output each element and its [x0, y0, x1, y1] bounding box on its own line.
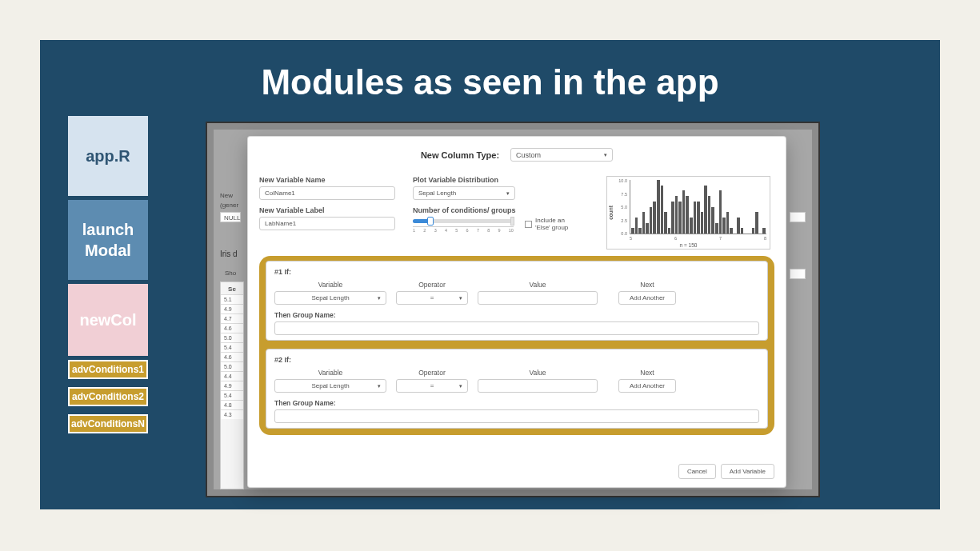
cond1-next-header: Next — [607, 281, 687, 289]
chart-bar — [635, 218, 638, 234]
cond1-group-name-label: Then Group Name: — [274, 311, 759, 319]
plot-variable-label: Plot Variable Distribution — [413, 176, 589, 184]
cond2-variable-value: Sepal Length — [311, 382, 349, 389]
bg-label-iris: Iris d — [220, 250, 238, 258]
chart-bar — [726, 212, 730, 234]
new-column-modal: New Column Type: Custom ▾ New Variable N… — [247, 136, 786, 488]
checkbox-box-icon[interactable] — [525, 221, 532, 228]
app-screenshot-backdrop: New (gener NULL Iris d Sho Se 5.14.94.74… — [214, 130, 812, 489]
modal-top-section: New Variable Name ColName1 New Variable … — [259, 171, 774, 253]
cond2-add-another-button[interactable]: Add Another — [618, 379, 676, 393]
bg-table-cell: 5.0 — [221, 361, 243, 371]
tile-advconditions1: advConditions1 — [68, 360, 148, 379]
cond2-value-header: Value — [478, 369, 598, 377]
cond1-operator-header: Operator — [396, 281, 468, 289]
chart-x-tick: 8 — [764, 236, 766, 241]
app-screenshot-frame: New (gener NULL Iris d Sho Se 5.14.94.74… — [206, 122, 820, 497]
chart-bar — [650, 207, 653, 234]
chart-bar — [697, 202, 700, 234]
distribution-chart: count 10.07.55.02.50.0 5678 n = 150 — [606, 176, 770, 250]
cond1-operator-value: = — [430, 294, 434, 301]
chart-bar — [657, 180, 660, 234]
new-variable-name-value: ColName1 — [265, 190, 295, 197]
new-variable-label-input[interactable]: LabName1 — [259, 217, 395, 230]
chart-y-tick: 2.5 — [621, 218, 627, 223]
slider-handle-icon[interactable] — [427, 217, 434, 226]
tile-advconditionsn: advConditionsN — [68, 414, 148, 433]
cond2-operator-select[interactable]: = ▾ — [396, 379, 468, 393]
cond2-next-header: Next — [607, 369, 687, 377]
chart-bar — [690, 218, 693, 234]
bg-table-cell: 4.6 — [221, 323, 243, 333]
slider-ticks: 12345678910 — [413, 226, 514, 233]
tile-app: app.R — [68, 116, 148, 196]
plot-variable-select[interactable]: Sepal Length ▾ — [413, 186, 515, 200]
add-variable-button[interactable]: Add Variable — [721, 464, 774, 479]
slider-tick: 5 — [455, 228, 458, 233]
cond2-value-input[interactable] — [478, 379, 598, 393]
slider-tick: 2 — [423, 228, 426, 233]
chart-bar — [675, 196, 678, 234]
chart-bar — [661, 186, 664, 234]
slider-tick: 8 — [487, 228, 490, 233]
bg-label-new: New — [220, 192, 233, 199]
bg-table-cell: 4.9 — [221, 304, 243, 313]
caret-down-icon: ▾ — [604, 152, 607, 158]
num-conditions-slider[interactable]: 12345678910 — [413, 217, 514, 233]
cond1-operator-select[interactable]: = ▾ — [396, 291, 468, 305]
chart-bar — [678, 202, 682, 234]
chart-bar — [711, 207, 714, 234]
caret-down-icon: ▾ — [378, 383, 381, 389]
slider-tick: 6 — [466, 228, 469, 233]
chart-bar — [668, 228, 671, 234]
chart-x-tick: 5 — [630, 236, 632, 241]
cond1-add-another-button[interactable]: Add Another — [618, 291, 676, 305]
caret-down-icon: ▾ — [459, 295, 462, 301]
chart-x-ticks: 5678 — [630, 236, 766, 241]
cond1-variable-value: Sepal Length — [311, 294, 349, 301]
cancel-button[interactable]: Cancel — [678, 464, 716, 479]
cond2-operator-header: Operator — [396, 369, 468, 377]
include-else-checkbox[interactable]: Include an 'Else' group — [525, 217, 579, 231]
slider-tick: 1 — [413, 228, 415, 233]
new-column-type-value: Custom — [516, 151, 541, 159]
slide-title: Modules as seen in the app — [40, 40, 940, 102]
caret-down-icon: ▾ — [459, 383, 462, 389]
new-column-type-label: New Column Type: — [421, 150, 499, 160]
module-tile-stack: app.R launch Modal newCol advConditions1… — [68, 116, 148, 441]
slider-end-icon — [510, 217, 514, 226]
chart-bar — [686, 196, 689, 234]
chart-bar — [694, 202, 697, 234]
cond1-variable-select[interactable]: Sepal Length ▾ — [274, 291, 386, 305]
cond2-group-name-input[interactable] — [274, 409, 759, 423]
cond1-value-input[interactable] — [478, 291, 598, 305]
cond1-title: #1 If: — [274, 268, 759, 276]
bg-table-cell: 5.4 — [221, 342, 243, 352]
cond2-operator-value: = — [430, 382, 434, 389]
chart-plot-area — [630, 180, 766, 234]
chart-bar — [755, 212, 758, 234]
cond1-group-name-input[interactable] — [274, 321, 759, 335]
bg-right-chip-2 — [790, 269, 806, 279]
cond1-variable-header: Variable — [274, 281, 386, 289]
chart-bar — [715, 223, 718, 234]
chart-bar — [653, 202, 656, 234]
distribution-chart-wrap: count 10.07.55.02.50.0 5678 n = 150 — [606, 176, 770, 250]
condition-block-1: #1 If: Variable Sepal Length ▾ — [266, 261, 768, 341]
bg-table-cell: 4.8 — [221, 400, 243, 409]
cond2-variable-select[interactable]: Sepal Length ▾ — [274, 379, 386, 393]
bg-right-chip — [790, 212, 806, 222]
caret-down-icon: ▾ — [506, 190, 510, 197]
bg-table-cell: 4.9 — [221, 381, 243, 390]
new-variable-name-input[interactable]: ColName1 — [259, 186, 395, 200]
cond2-variable-header: Variable — [274, 369, 386, 377]
bg-label-show: Sho — [225, 270, 236, 277]
tile-launch-modal: launch Modal — [68, 200, 148, 280]
chart-bar — [671, 202, 674, 234]
chart-x-tick: 6 — [674, 236, 677, 241]
slide-background: Modules as seen in the app app.R launch … — [40, 40, 940, 509]
new-column-type-select[interactable]: Custom ▾ — [510, 148, 613, 162]
bg-table-cell: 4.3 — [221, 409, 243, 419]
chart-y-tick: 7.5 — [621, 192, 627, 197]
modal-header: New Column Type: Custom ▾ — [248, 137, 786, 168]
